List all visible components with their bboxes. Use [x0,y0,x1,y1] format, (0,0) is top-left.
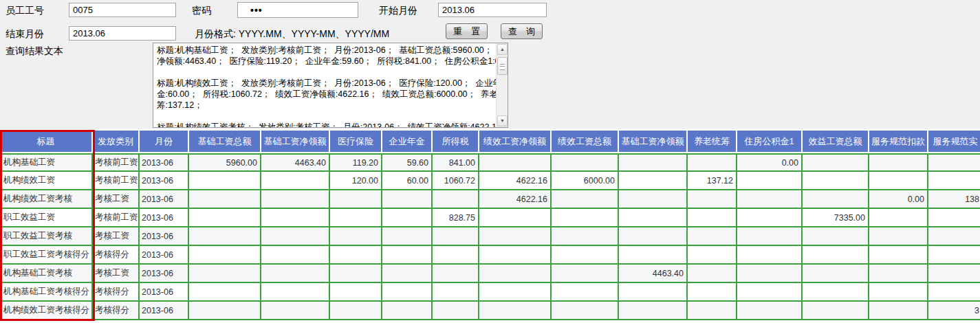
table-cell [737,172,803,190]
table-cell [330,302,382,320]
table-cell [803,172,869,190]
table-cell: 138 [928,190,980,209]
table-cell [803,246,869,265]
table-cell [552,227,619,246]
table-cell [433,190,479,209]
table-cell: 2013-06 [140,302,189,320]
table-cell: 考核得分 [93,246,140,265]
vertical-scrollbar[interactable]: ▲ ▼ [496,43,508,127]
table-row: 职工效益工资考核前工资2013-06828.757335.00 [0,209,980,227]
scroll-down-icon[interactable]: ▼ [497,115,508,126]
table-cell [619,227,688,246]
column-header: 标题 [0,131,93,153]
table-cell: 2013-06 [140,153,189,172]
table-cell: 120.00 [330,172,382,190]
table-cell: 2013-06 [140,283,189,302]
table-cell [619,209,688,227]
table-row: 机构基础工资考核考核工资2013-064463.40 [0,265,980,283]
table-cell [552,190,619,209]
table-cell [737,227,803,246]
column-header: 绩效工资净领额 [479,131,552,153]
column-header: 效益工资总额 [803,131,869,153]
table-cell: 机构绩效工资 [0,172,93,190]
table-cell: 机构基础工资 [0,153,93,172]
table-cell [869,209,928,227]
query-button[interactable]: 查 询 [501,23,543,39]
employee-id-input[interactable] [69,3,176,17]
table-cell: 6000.00 [552,172,619,190]
table-cell: 2013-06 [140,227,189,246]
table-cell [433,246,479,265]
start-month-input[interactable] [438,3,547,17]
table-cell: 1060.72 [433,172,479,190]
table-cell [189,190,261,209]
table-cell [479,265,552,283]
password-input[interactable] [237,2,358,18]
table-row: 机构绩效工资考核得分考核得分2013-063 [0,302,980,320]
table-cell [737,246,803,265]
table-cell [737,209,803,227]
table-cell [330,227,382,246]
query-result-textarea[interactable]: 标题:机构基础工资； 发放类别:考核前工资； 月份:2013-06； 基础工资总… [153,43,508,128]
query-result-text: 标题:机构基础工资； 发放类别:考核前工资； 月份:2013-06； 基础工资总… [153,43,496,127]
table-cell: 考核工资 [93,265,140,283]
column-header: 基础工资净领额 [619,131,688,153]
table-cell [928,153,980,172]
table-cell [330,265,382,283]
table-cell [189,246,261,265]
table-cell [688,302,737,320]
table-row: 机构基础工资考核前工资2013-065960.004463.40119.2059… [0,153,980,172]
column-header: 基础工资净领额 [261,131,330,153]
table-cell [552,209,619,227]
table-cell: 2013-06 [140,190,189,209]
column-header: 基础工资总额 [189,131,261,153]
table-row: 机构绩效工资考核前工资2013-06120.0060.001060.724622… [0,172,980,190]
table-row: 机构绩效工资考核考核工资2013-064622.160.00138 [0,190,980,209]
table-cell [688,190,737,209]
table-cell [479,283,552,302]
table-cell [433,302,479,320]
table-cell [803,153,869,172]
table-cell: 考核得分 [93,283,140,302]
table-cell: 841.00 [433,153,479,172]
table-cell [552,153,619,172]
table-cell [688,227,737,246]
table-cell [869,302,928,320]
table-cell [552,283,619,302]
table-cell [869,246,928,265]
table-cell: 3 [928,302,980,320]
table-cell: 5960.00 [189,153,261,172]
table-cell: 4463.40 [261,153,330,172]
column-header: 养老统筹 [688,131,737,153]
table-cell: 机构基础工资考核得分 [0,283,93,302]
table-cell: 职工效益工资 [0,209,93,227]
results-table-container: 标题发放类别月份基础工资总额基础工资净领额医疗保险企业年金所得税绩效工资净领额绩… [0,129,980,323]
table-cell [261,246,330,265]
table-cell [928,283,980,302]
table-cell: 2013-06 [140,209,189,227]
table-cell [261,302,330,320]
table-cell [382,265,433,283]
table-cell [928,227,980,246]
table-cell [619,246,688,265]
scroll-up-icon[interactable]: ▲ [497,44,508,55]
table-cell: 考核前工资 [93,209,140,227]
table-cell [382,227,433,246]
reset-button[interactable]: 重 置 [446,23,488,39]
scrollbar-thumb[interactable] [497,57,508,75]
table-row: 职工效益工资考核考核工资2013-06 [0,227,980,246]
header-row: 标题发放类别月份基础工资总额基础工资净领额医疗保险企业年金所得税绩效工资净领额绩… [0,131,980,153]
table-cell [479,153,552,172]
end-month-input[interactable] [69,26,176,41]
table-cell [619,302,688,320]
table-cell: 机构基础工资考核 [0,265,93,283]
table-cell [189,265,261,283]
table-cell: 职工效益工资考核 [0,227,93,246]
table-cell [433,227,479,246]
table-cell [330,209,382,227]
table-cell [330,190,382,209]
table-cell: 4622.16 [479,190,552,209]
table-cell: 0.00 [869,190,928,209]
table-cell [928,265,980,283]
table-cell [261,283,330,302]
